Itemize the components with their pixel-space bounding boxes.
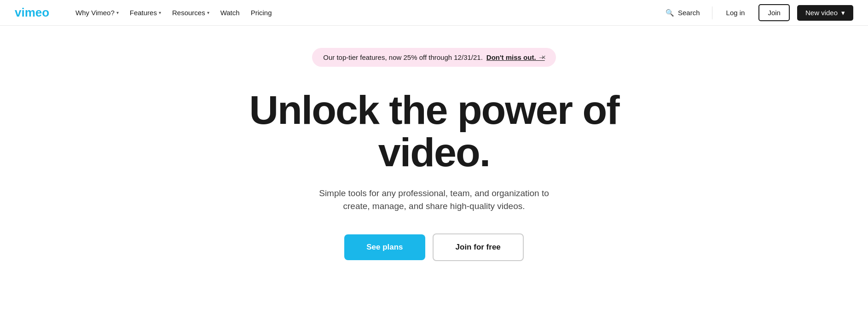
nav-label-watch: Watch [220,9,240,17]
logo[interactable]: vimeo [15,6,56,19]
nav-label-resources: Resources [172,9,205,17]
chevron-down-icon: ▾ [841,9,845,17]
chevron-down-icon: ▾ [159,10,161,15]
promo-text: Our top-tier features, now 25% off throu… [323,53,483,61]
nav-label-features: Features [130,9,157,17]
navbar-right: 🔍 Search Log in Join New video ▾ [661,4,853,21]
hero-title: Unlock the power of video. [236,89,632,174]
close-button[interactable]: × [539,52,547,63]
navbar: vimeo Why Vimeo? ▾ Features ▾ Resources … [0,0,868,26]
login-button[interactable]: Log in [720,5,752,20]
join-free-button[interactable]: Join for free [433,233,524,261]
nav-item-why-vimeo[interactable]: Why Vimeo? ▾ [71,5,123,20]
new-video-button[interactable]: New video ▾ [797,5,853,21]
nav-item-features[interactable]: Features ▾ [125,5,166,20]
search-button[interactable]: 🔍 Search [661,5,705,21]
search-icon: 🔍 [665,9,674,17]
join-label: Join [768,9,781,17]
nav-item-watch[interactable]: Watch [216,5,244,20]
hero-subtitle: Simple tools for any professional, team,… [314,187,554,213]
chevron-down-icon: ▾ [116,10,119,15]
hero-section: Unlock the power of video. Simple tools … [225,89,643,261]
search-label: Search [678,9,700,17]
divider [712,6,712,19]
new-video-label: New video [805,9,838,17]
promo-link[interactable]: Don't miss out. → [486,53,545,61]
nav-label-why-vimeo: Why Vimeo? [75,9,115,17]
see-plans-button[interactable]: See plans [344,234,425,260]
chevron-down-icon: ▾ [207,10,209,15]
hero-buttons: See plans Join for free [344,233,524,261]
login-label: Log in [726,9,745,17]
nav-menu: Why Vimeo? ▾ Features ▾ Resources ▾ Watc… [71,5,661,20]
promo-banner: Our top-tier features, now 25% off throu… [312,48,556,67]
svg-text:vimeo: vimeo [15,6,49,19]
nav-item-pricing[interactable]: Pricing [246,5,277,20]
main-content: Our top-tier features, now 25% off throu… [0,26,868,261]
join-button[interactable]: Join [758,4,790,21]
nav-label-pricing: Pricing [251,9,272,17]
nav-item-resources[interactable]: Resources ▾ [168,5,214,20]
